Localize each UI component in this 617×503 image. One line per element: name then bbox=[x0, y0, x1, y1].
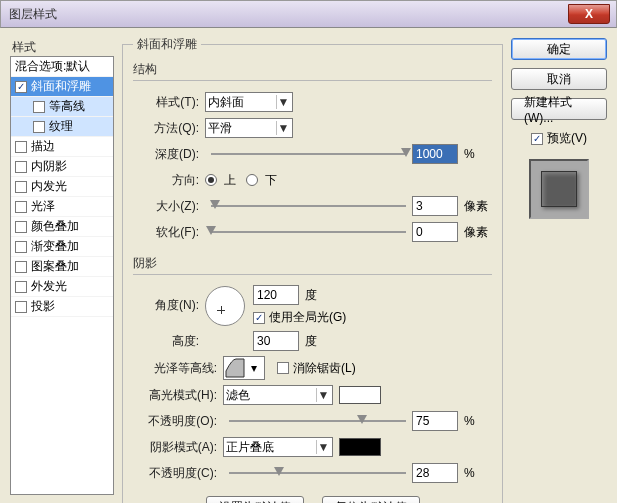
close-button[interactable]: X bbox=[568, 4, 610, 24]
altitude-input[interactable]: 30 bbox=[253, 331, 299, 351]
technique-value: 平滑 bbox=[208, 120, 232, 137]
bevel-legend: 斜面和浮雕 bbox=[133, 36, 201, 53]
size-label: 大小(Z): bbox=[133, 198, 205, 215]
list-item[interactable]: 颜色叠加 bbox=[11, 217, 113, 237]
shadow-mode-label: 阴影模式(A): bbox=[133, 439, 223, 456]
structure-group: 结构 样式(T): 内斜面▼ 方法(Q): 平滑▼ 深度(D): 1000 % bbox=[133, 61, 492, 247]
new-style-button[interactable]: 新建样式(W)... bbox=[511, 98, 607, 120]
list-item-label: 图案叠加 bbox=[31, 258, 79, 275]
list-item[interactable]: 混合选项:默认 bbox=[11, 57, 113, 77]
list-item[interactable]: 内发光 bbox=[11, 177, 113, 197]
list-item[interactable]: 外发光 bbox=[11, 277, 113, 297]
highlight-opacity-unit: % bbox=[464, 414, 492, 428]
list-item-label: 斜面和浮雕 bbox=[31, 78, 91, 95]
depth-input[interactable]: 1000 bbox=[412, 144, 458, 164]
direction-label: 方向: bbox=[133, 172, 205, 189]
checkbox-icon bbox=[15, 301, 27, 313]
shadow-opacity-unit: % bbox=[464, 466, 492, 480]
style-label: 样式(T): bbox=[133, 94, 205, 111]
checkbox-icon: ✓ bbox=[15, 81, 27, 93]
list-item[interactable]: 描边 bbox=[11, 137, 113, 157]
chevron-down-icon: ▾ bbox=[246, 361, 262, 375]
angle-dial[interactable] bbox=[205, 286, 245, 326]
list-item[interactable]: 纹理 bbox=[11, 117, 113, 137]
reset-default-button[interactable]: 复位为默认值 bbox=[322, 496, 420, 503]
cancel-button[interactable]: 取消 bbox=[511, 68, 607, 90]
chevron-down-icon: ▼ bbox=[316, 440, 330, 454]
altitude-label: 高度: bbox=[133, 333, 205, 350]
titlebar[interactable]: 图层样式 X bbox=[0, 0, 617, 28]
shadow-mode-combo[interactable]: 正片叠底▼ bbox=[223, 437, 333, 457]
checkbox-icon bbox=[15, 281, 27, 293]
highlight-mode-label: 高光模式(H): bbox=[133, 387, 223, 404]
checkbox-icon bbox=[15, 221, 27, 233]
chevron-down-icon: ▼ bbox=[316, 388, 330, 402]
make-default-button[interactable]: 设置为默认值 bbox=[206, 496, 304, 503]
shading-legend: 阴影 bbox=[133, 255, 492, 272]
shading-group: 阴影 角度(N): 120 度 ✓使用全局光(G) 高度: bbox=[133, 255, 492, 488]
depth-label: 深度(D): bbox=[133, 146, 205, 163]
shadow-opacity-label: 不透明度(C): bbox=[133, 465, 223, 482]
list-item[interactable]: 等高线 bbox=[11, 97, 113, 117]
antialias-checkbox[interactable]: 消除锯齿(L) bbox=[277, 360, 356, 377]
global-light-checkbox[interactable]: ✓使用全局光(G) bbox=[253, 309, 346, 326]
size-slider[interactable] bbox=[211, 197, 406, 215]
styles-list[interactable]: 混合选项:默认✓斜面和浮雕等高线纹理描边内阴影内发光光泽颜色叠加渐变叠加图案叠加… bbox=[10, 56, 114, 495]
bevel-group: 斜面和浮雕 结构 样式(T): 内斜面▼ 方法(Q): 平滑▼ 深度(D): 1… bbox=[122, 36, 503, 503]
angle-unit: 度 bbox=[305, 287, 317, 304]
list-item-label: 描边 bbox=[31, 138, 55, 155]
list-item[interactable]: 投影 bbox=[11, 297, 113, 317]
size-input[interactable]: 3 bbox=[412, 196, 458, 216]
highlight-opacity-label: 不透明度(O): bbox=[133, 413, 223, 430]
list-item-label: 渐变叠加 bbox=[31, 238, 79, 255]
list-item[interactable]: 渐变叠加 bbox=[11, 237, 113, 257]
soften-input[interactable]: 0 bbox=[412, 222, 458, 242]
altitude-unit: 度 bbox=[305, 333, 317, 350]
highlight-opacity-input[interactable]: 75 bbox=[412, 411, 458, 431]
shadow-opacity-input[interactable]: 28 bbox=[412, 463, 458, 483]
list-item-label: 内发光 bbox=[31, 178, 67, 195]
highlight-opacity-slider[interactable] bbox=[229, 412, 406, 430]
checkbox-icon bbox=[15, 161, 27, 173]
shadow-opacity-slider[interactable] bbox=[229, 464, 406, 482]
checkbox-icon bbox=[15, 181, 27, 193]
list-item-label: 纹理 bbox=[49, 118, 73, 135]
checkbox-icon bbox=[33, 101, 45, 113]
soften-slider[interactable] bbox=[211, 223, 406, 241]
checkbox-icon bbox=[15, 201, 27, 213]
list-item[interactable]: 图案叠加 bbox=[11, 257, 113, 277]
list-item-label: 投影 bbox=[31, 298, 55, 315]
window-title: 图层样式 bbox=[9, 6, 57, 23]
gloss-label: 光泽等高线: bbox=[133, 360, 223, 377]
shadow-color-swatch[interactable] bbox=[339, 438, 381, 456]
technique-combo[interactable]: 平滑▼ bbox=[205, 118, 293, 138]
ok-button[interactable]: 确定 bbox=[511, 38, 607, 60]
depth-unit: % bbox=[464, 147, 492, 161]
angle-input[interactable]: 120 bbox=[253, 285, 299, 305]
chevron-down-icon: ▼ bbox=[276, 121, 290, 135]
list-item-label: 内阴影 bbox=[31, 158, 67, 175]
list-item[interactable]: 光泽 bbox=[11, 197, 113, 217]
soften-label: 软化(F): bbox=[133, 224, 205, 241]
style-value: 内斜面 bbox=[208, 94, 244, 111]
direction-down-radio[interactable]: 下 bbox=[246, 172, 277, 189]
styles-header: 样式 bbox=[10, 36, 114, 56]
depth-slider[interactable] bbox=[211, 145, 406, 163]
highlight-mode-combo[interactable]: 滤色▼ bbox=[223, 385, 333, 405]
soften-unit: 像素 bbox=[464, 224, 492, 241]
preview-thumbnail bbox=[529, 159, 589, 219]
chevron-down-icon: ▼ bbox=[276, 95, 290, 109]
direction-up-radio[interactable]: 上 bbox=[205, 172, 236, 189]
close-icon: X bbox=[585, 7, 593, 21]
highlight-color-swatch[interactable] bbox=[339, 386, 381, 404]
size-unit: 像素 bbox=[464, 198, 492, 215]
style-combo[interactable]: 内斜面▼ bbox=[205, 92, 293, 112]
list-item[interactable]: ✓斜面和浮雕 bbox=[11, 77, 113, 97]
gloss-contour-picker[interactable]: ▾ bbox=[223, 356, 265, 380]
list-item[interactable]: 内阴影 bbox=[11, 157, 113, 177]
list-item-label: 外发光 bbox=[31, 278, 67, 295]
checkbox-icon bbox=[15, 241, 27, 253]
checkbox-icon bbox=[15, 141, 27, 153]
preview-checkbox[interactable]: ✓预览(V) bbox=[511, 130, 607, 147]
checkbox-icon bbox=[33, 121, 45, 133]
